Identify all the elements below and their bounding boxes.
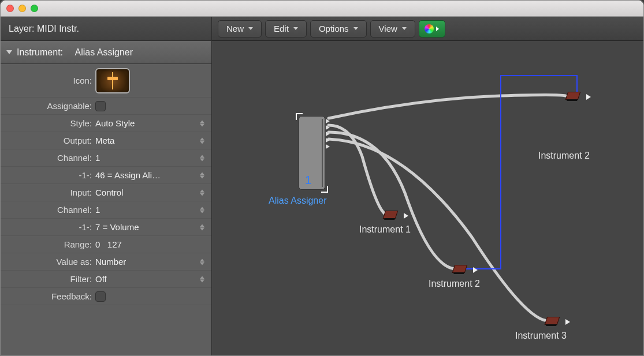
range-lo[interactable]: 0 bbox=[95, 239, 100, 249]
color-palette-button[interactable] bbox=[419, 20, 445, 38]
prop-label: Range: bbox=[4, 239, 95, 249]
stepper-icon[interactable] bbox=[200, 172, 204, 178]
prop-row-out-channel[interactable]: Channel: 1 bbox=[1, 149, 211, 167]
fader-label: Alias Assigner bbox=[269, 196, 327, 206]
prop-label: Feedback: bbox=[4, 291, 95, 301]
feedback-checkbox[interactable] bbox=[95, 291, 106, 302]
port-icon[interactable] bbox=[326, 125, 330, 130]
instrument-node[interactable] bbox=[383, 211, 399, 219]
menu-label: New bbox=[226, 24, 244, 33]
instrument-node[interactable] bbox=[565, 92, 581, 100]
environment-workspace: New Edit Options View 1 bbox=[212, 17, 643, 355]
window-titlebar bbox=[1, 1, 643, 17]
prop-label: Output: bbox=[4, 136, 95, 145]
section-label: Instrument: bbox=[17, 47, 63, 58]
zoom-icon[interactable] bbox=[31, 5, 38, 12]
prop-label: Channel: bbox=[4, 205, 95, 215]
prop-label: Value as: bbox=[4, 257, 95, 267]
menu-label: View bbox=[379, 24, 397, 33]
prop-row-input[interactable]: Input: Control bbox=[1, 184, 211, 201]
prop-row-output[interactable]: Output: Meta bbox=[1, 132, 211, 149]
stepper-icon[interactable] bbox=[200, 207, 204, 213]
prop-row-out-param[interactable]: -1-: 46 = Assign Ali… bbox=[1, 167, 211, 184]
port-icon[interactable] bbox=[326, 119, 330, 123]
layer-selector[interactable]: Layer: MIDI Instr. bbox=[1, 17, 211, 41]
output-flag-icon[interactable] bbox=[473, 267, 478, 273]
filter-value: Off bbox=[95, 274, 208, 284]
output-value: Meta bbox=[95, 136, 208, 145]
chevron-right-icon bbox=[436, 27, 439, 31]
minimize-icon[interactable] bbox=[18, 5, 26, 12]
layer-label: Layer: bbox=[9, 24, 34, 34]
out-channel-value: 1 bbox=[95, 153, 208, 163]
in-param-value: 7 = Volume bbox=[95, 222, 208, 232]
prop-label: Filter: bbox=[4, 274, 95, 284]
output-flag-icon[interactable] bbox=[404, 213, 408, 219]
close-icon[interactable] bbox=[6, 5, 14, 12]
stepper-icon[interactable] bbox=[200, 137, 204, 144]
prop-row-filter[interactable]: Filter: Off bbox=[1, 271, 211, 288]
prop-row-style[interactable]: Style: Auto Style bbox=[1, 115, 211, 132]
palette-icon bbox=[425, 24, 434, 33]
edit-menu[interactable]: Edit bbox=[265, 20, 307, 38]
view-menu[interactable]: View bbox=[370, 20, 415, 38]
environment-canvas[interactable]: 1 Alias Assigner Instrument 1 Instrume bbox=[212, 41, 643, 355]
prop-label: Assignable: bbox=[4, 101, 95, 111]
instrument-label: Instrument 2 bbox=[538, 151, 590, 161]
stepper-icon[interactable] bbox=[200, 258, 204, 265]
prop-row-in-param[interactable]: -1-: 7 = Volume bbox=[1, 219, 211, 236]
port-icon[interactable] bbox=[326, 138, 330, 143]
port-icon[interactable] bbox=[326, 132, 330, 136]
chevron-down-icon bbox=[402, 27, 407, 30]
output-flag-icon[interactable] bbox=[565, 319, 570, 325]
inspector-sidebar: Layer: MIDI Instr. Instrument: Alias Ass… bbox=[1, 17, 212, 355]
chevron-down-icon bbox=[248, 27, 253, 30]
output-flag-icon[interactable] bbox=[586, 94, 591, 100]
prop-row-in-channel[interactable]: Channel: 1 bbox=[1, 201, 211, 219]
valueas-value: Number bbox=[95, 257, 208, 267]
prop-label: Input: bbox=[4, 188, 95, 197]
stepper-icon[interactable] bbox=[200, 120, 204, 126]
prop-label: Icon: bbox=[4, 76, 95, 85]
menu-label: Options bbox=[319, 24, 349, 33]
prop-row-feedback: Feedback: bbox=[1, 288, 211, 305]
chevron-down-icon bbox=[353, 27, 358, 30]
output-ports bbox=[326, 119, 330, 149]
icon-well[interactable] bbox=[95, 68, 130, 93]
instrument-label: Instrument 3 bbox=[515, 331, 567, 341]
prop-row-range[interactable]: Range: 0 127 bbox=[1, 236, 211, 253]
chevron-down-icon bbox=[293, 27, 298, 30]
disclosure-triangle-icon[interactable] bbox=[6, 50, 12, 54]
style-value: Auto Style bbox=[95, 118, 208, 128]
fader-icon bbox=[109, 72, 116, 89]
instrument-node[interactable] bbox=[452, 265, 468, 273]
range-hi[interactable]: 127 bbox=[107, 239, 122, 249]
fader-value: 1 bbox=[301, 174, 311, 187]
port-icon[interactable] bbox=[326, 144, 330, 149]
fader-strip[interactable] bbox=[322, 119, 323, 187]
instrument-node[interactable] bbox=[545, 317, 560, 325]
stepper-icon[interactable] bbox=[200, 224, 204, 230]
prop-row-icon: Icon: bbox=[1, 64, 211, 98]
new-menu[interactable]: New bbox=[218, 20, 262, 38]
prop-row-assignable: Assignable: bbox=[1, 98, 211, 115]
fader-object[interactable]: 1 bbox=[299, 116, 325, 190]
layer-value: MIDI Instr. bbox=[37, 24, 79, 34]
stepper-icon[interactable] bbox=[200, 189, 204, 196]
prop-label: -1-: bbox=[4, 222, 95, 232]
prop-label: Style: bbox=[4, 118, 95, 128]
in-channel-value: 1 bbox=[95, 205, 208, 215]
assignable-checkbox[interactable] bbox=[95, 101, 106, 111]
stepper-icon[interactable] bbox=[200, 155, 204, 161]
instrument-label: Instrument 1 bbox=[359, 224, 411, 235]
section-value: Alias Assigner bbox=[75, 47, 133, 58]
prop-label: -1-: bbox=[4, 170, 95, 180]
instrument-label: Instrument 2 bbox=[429, 279, 480, 289]
instrument-section-header[interactable]: Instrument: Alias Assigner bbox=[1, 41, 211, 64]
workspace-toolbar: New Edit Options View bbox=[212, 17, 643, 41]
prop-row-valueas[interactable]: Value as: Number bbox=[1, 253, 211, 271]
options-menu[interactable]: Options bbox=[310, 20, 367, 38]
stepper-icon[interactable] bbox=[200, 276, 204, 282]
input-value: Control bbox=[95, 188, 208, 197]
menu-label: Edit bbox=[274, 24, 289, 33]
